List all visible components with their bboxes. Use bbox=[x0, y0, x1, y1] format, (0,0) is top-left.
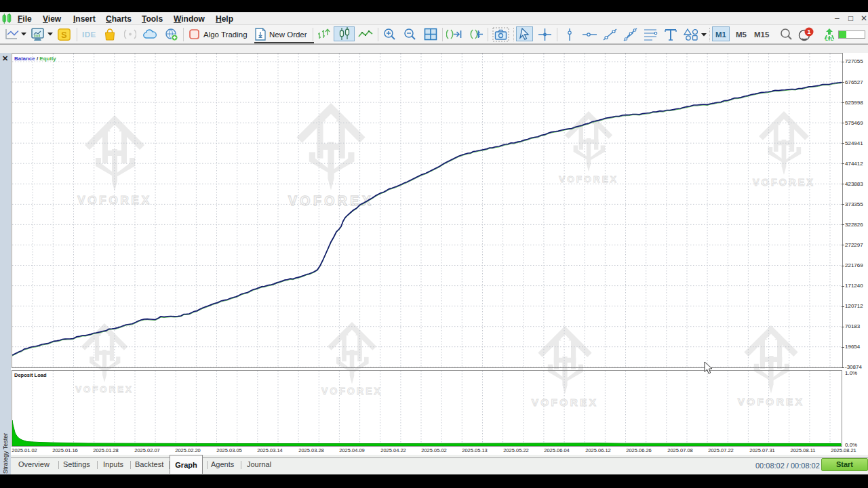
svg-text:S: S bbox=[61, 30, 66, 40]
svg-text:1: 1 bbox=[807, 28, 810, 35]
svg-text:LVL: LVL bbox=[825, 37, 833, 41]
